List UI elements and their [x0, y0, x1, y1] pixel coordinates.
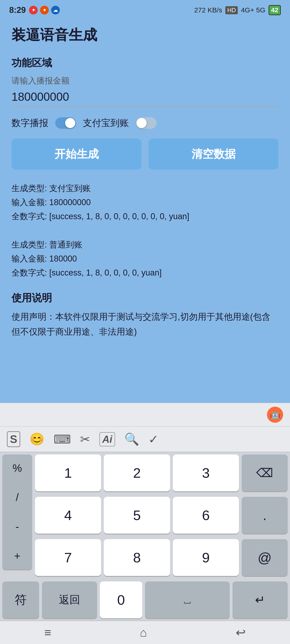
amount-display[interactable]: 180000000 — [12, 90, 278, 108]
status-right: 272 KB/s HD 4G+ 5G 42 — [194, 5, 281, 15]
key-9[interactable]: 9 — [173, 539, 239, 576]
nav-menu-icon[interactable]: ≡ — [44, 626, 51, 640]
network-speed: 272 KB/s — [194, 6, 222, 14]
key-symbols-col[interactable]: % / - + — [2, 454, 32, 570]
kb-row-3a: 7 8 9 @ — [35, 539, 288, 576]
toggle-row: 数字播报 支付宝到账 — [12, 116, 278, 129]
start-button[interactable]: 开始生成 — [12, 138, 142, 170]
output-line4: 生成类型: 普通到账 — [12, 238, 278, 252]
nav-bar: ≡ ⌂ ↩ — [0, 620, 290, 644]
search-icon[interactable]: 🔍 — [124, 432, 139, 446]
keyboard-emoji-icon[interactable]: 🤖 — [267, 407, 283, 423]
toggle-digital-broadcast[interactable] — [55, 117, 76, 129]
keyboard-layout-icon[interactable]: ⌨ — [54, 432, 71, 446]
key-at[interactable]: @ — [242, 539, 288, 576]
app-icon-2: ✦ — [40, 6, 49, 14]
toggle1-knob — [65, 118, 75, 128]
output-line1: 生成类型: 支付宝到账 — [12, 181, 278, 195]
status-time: 8:29 — [9, 5, 26, 15]
keyboard-area: 🤖 S 😊 ⌨ ✂ Ai 🔍 ✓ % / - + 1 2 — [0, 403, 290, 644]
sogou-icon[interactable]: S — [7, 431, 20, 447]
emoji-icon[interactable]: 😊 — [30, 432, 45, 446]
num-keyboard: % / - + 1 2 3 ⌫ 4 5 6 . 7 — [0, 452, 290, 620]
key-percent: % — [13, 462, 22, 474]
key-backspace[interactable]: ⌫ — [242, 454, 288, 491]
collapse-icon[interactable]: ✓ — [148, 432, 159, 446]
app-icon-3: ☁ — [51, 6, 60, 14]
toggle-alipay[interactable] — [136, 117, 156, 129]
hd-label: HD — [225, 6, 238, 14]
key-space[interactable]: ⎵ — [145, 582, 230, 618]
app-title: 装逼语音生成 — [12, 25, 278, 44]
keyboard-top-bar: 🤖 — [0, 403, 290, 427]
key-7[interactable]: 7 — [35, 539, 101, 576]
key-2[interactable]: 2 — [104, 454, 170, 491]
kb-row-bottom: 符 返回 0 ⎵ ↵ — [2, 582, 288, 618]
usage-text: 使用声明：本软件仅限用于测试与交流学习,切勿用于其他用途(包含但不仅限于商业用途… — [12, 309, 278, 339]
button-row: 开始生成 清空数据 — [12, 138, 278, 170]
toggle2-label: 支付宝到账 — [83, 116, 129, 129]
usage-title: 使用说明 — [12, 291, 278, 305]
key-symbol[interactable]: 符 — [2, 582, 39, 618]
output-line2: 输入金额: 180000000 — [12, 195, 278, 209]
key-enter[interactable]: ↵ — [232, 582, 288, 618]
keyboard-toolbar: S 😊 ⌨ ✂ Ai 🔍 ✓ — [0, 427, 290, 452]
app-content: 装逼语音生成 功能区域 请输入播报金额 180000000 数字播报 支付宝到账… — [0, 18, 290, 348]
nav-back-icon[interactable]: ↩ — [236, 626, 246, 640]
output-line3: 全数字式: [success, 1, 8, 0, 0, 0, 0, 0, 0, … — [12, 209, 278, 223]
function-area-label: 功能区域 — [12, 56, 278, 70]
output-line6: 全数字式: [success, 1, 8, 0, 0, 0, 0, yuan] — [12, 266, 278, 280]
input-placeholder-text: 请输入播报金额 — [12, 75, 278, 86]
kb-row-1: % / - + 1 2 3 ⌫ 4 5 6 . 7 — [2, 454, 288, 579]
key-slash: / — [16, 491, 19, 504]
key-minus: - — [16, 520, 19, 533]
network-type: 4G+ 5G — [241, 6, 265, 14]
battery-indicator: 42 — [268, 5, 281, 15]
key-0[interactable]: 0 — [100, 582, 142, 618]
ai-icon[interactable]: Ai — [99, 432, 115, 446]
scissors-icon[interactable]: ✂ — [80, 432, 90, 446]
key-dot[interactable]: . — [242, 497, 288, 534]
output-area: 生成类型: 支付宝到账 输入金额: 180000000 全数字式: [succe… — [12, 181, 278, 280]
key-5[interactable]: 5 — [104, 497, 170, 534]
nav-home-icon[interactable]: ⌂ — [140, 626, 147, 640]
kb-row-1a: 1 2 3 ⌫ — [35, 454, 288, 491]
toggle1-label: 数字播报 — [12, 116, 48, 129]
status-bar: 8:29 ✦ ✦ ☁ 272 KB/s HD 4G+ 5G 42 — [0, 0, 290, 18]
key-1[interactable]: 1 — [35, 454, 101, 491]
key-plus: + — [14, 550, 21, 562]
key-back[interactable]: 返回 — [42, 582, 97, 618]
toggle2-knob — [136, 118, 147, 128]
key-4[interactable]: 4 — [35, 497, 101, 534]
key-3[interactable]: 3 — [173, 454, 239, 491]
clear-button[interactable]: 清空数据 — [148, 138, 278, 170]
app-icon-1: ✦ — [29, 6, 38, 14]
kb-row-2a: 4 5 6 . — [35, 497, 288, 534]
status-icons: ✦ ✦ ☁ — [29, 6, 60, 14]
output-line5: 输入金额: 180000 — [12, 252, 278, 266]
key-8[interactable]: 8 — [104, 539, 170, 576]
key-6[interactable]: 6 — [173, 497, 239, 534]
status-left: 8:29 ✦ ✦ ☁ — [9, 5, 60, 15]
